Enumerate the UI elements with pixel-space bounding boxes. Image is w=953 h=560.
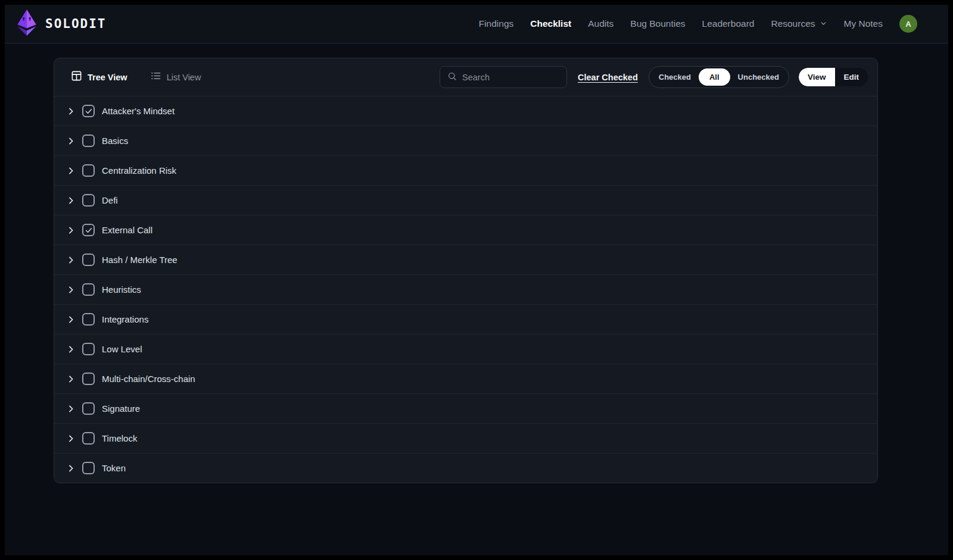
tree-view-button[interactable]: Tree View (64, 65, 135, 89)
checklist-row-label: Basics (102, 136, 128, 146)
checkmark-icon (85, 226, 93, 234)
checklist-toolbar: Tree View List View (54, 58, 877, 96)
brand-logo[interactable]: SOLODIT (14, 9, 107, 39)
checklist-row[interactable]: Attacker's Mindset (54, 96, 877, 126)
checkbox[interactable] (82, 432, 95, 445)
mode-option[interactable]: Edit (835, 68, 868, 86)
nav-item[interactable]: Resources (771, 18, 827, 30)
nav-item[interactable]: Checklist (530, 18, 571, 29)
checklist-row[interactable]: Heuristics (54, 274, 877, 304)
checklist-row[interactable]: Low Level (54, 334, 877, 364)
filter-option[interactable]: Unchecked (730, 70, 787, 85)
checklist-row-label: Centralization Risk (102, 165, 176, 176)
checkbox[interactable] (82, 313, 95, 326)
chevron-right-icon[interactable] (64, 434, 78, 443)
brand-name: SOLODIT (45, 17, 107, 31)
checkbox[interactable] (82, 194, 95, 207)
solodit-diamond-icon (14, 9, 39, 39)
nav-item[interactable]: My Notes (844, 18, 883, 29)
chevron-right-icon[interactable] (64, 166, 78, 176)
checklist-row-label: Heuristics (102, 284, 141, 295)
checklist-row[interactable]: Hash / Merkle Tree (54, 245, 877, 274)
checklist-row-label: Multi-chain/Cross-chain (102, 374, 195, 384)
chevron-right-icon[interactable] (64, 404, 78, 414)
user-avatar[interactable]: A (899, 15, 917, 33)
checklist-row-label: External Call (102, 225, 152, 235)
checkbox[interactable] (82, 343, 95, 355)
nav-links: Findings Checklist Audits Bug Bounties L… (479, 18, 883, 30)
checklist-rows: Attacker's Mindset Basics Centralization… (54, 96, 877, 483)
checkbox[interactable] (82, 402, 95, 415)
chevron-right-icon[interactable] (64, 255, 78, 265)
checklist-row[interactable]: Defi (54, 185, 877, 215)
top-navigation: SOLODIT Findings Checklist Audits Bug Bo… (5, 5, 948, 43)
checkbox[interactable] (82, 254, 95, 266)
checklist-row-label: Signature (102, 403, 140, 414)
checklist-row[interactable]: Integrations (54, 304, 877, 334)
filter-option[interactable]: All (699, 68, 730, 86)
checklist-row-label: Attacker's Mindset (102, 106, 175, 116)
checklist-row[interactable]: Centralization Risk (54, 155, 877, 185)
checklist-row[interactable]: Basics (54, 126, 877, 155)
checkbox[interactable] (82, 224, 95, 236)
nav-item[interactable]: Findings (479, 18, 514, 29)
checklist-row-label: Integrations (102, 314, 148, 324)
checklist-row-label: Timelock (102, 433, 137, 443)
search-icon (447, 71, 457, 83)
checklist-row-label: Token (102, 463, 126, 473)
nav-item[interactable]: Audits (588, 18, 613, 29)
checklist-panel: Tree View List View (54, 58, 878, 483)
chevron-right-icon[interactable] (64, 315, 78, 324)
tree-view-icon (71, 70, 82, 84)
checkbox[interactable] (82, 105, 95, 117)
checkbox[interactable] (82, 164, 95, 177)
checkmark-icon (85, 107, 93, 115)
chevron-right-icon[interactable] (64, 196, 78, 205)
checklist-row-label: Low Level (102, 344, 142, 354)
clear-checked-link[interactable]: Clear Checked (578, 73, 638, 82)
checkbox[interactable] (82, 462, 95, 474)
chevron-right-icon[interactable] (64, 136, 78, 146)
filter-option[interactable]: Checked (651, 70, 699, 85)
filter-segmented-control: Checked All Unchecked (649, 66, 789, 88)
checklist-row[interactable]: Timelock (54, 423, 877, 453)
checklist-row[interactable]: Multi-chain/Cross-chain (54, 364, 877, 393)
list-view-icon (150, 70, 161, 84)
search-input[interactable] (462, 73, 559, 82)
tree-view-label: Tree View (88, 73, 127, 82)
mode-option[interactable]: View (799, 68, 835, 86)
nav-item[interactable]: Leaderboard (702, 18, 755, 29)
list-view-button[interactable]: List View (143, 65, 208, 89)
chevron-right-icon[interactable] (64, 285, 78, 295)
chevron-right-icon[interactable] (64, 464, 78, 473)
chevron-right-icon[interactable] (64, 374, 78, 384)
checklist-row-label: Defi (102, 195, 118, 205)
checkbox[interactable] (82, 373, 95, 385)
checklist-row[interactable]: External Call (54, 215, 877, 245)
chevron-right-icon[interactable] (64, 107, 78, 116)
checklist-row-label: Hash / Merkle Tree (102, 255, 177, 265)
chevron-right-icon[interactable] (64, 345, 78, 354)
checkbox[interactable] (82, 283, 95, 296)
view-edit-toggle: View Edit (799, 68, 868, 86)
chevron-down-icon (820, 18, 827, 30)
checklist-row[interactable]: Token (54, 453, 877, 483)
app-window: SOLODIT Findings Checklist Audits Bug Bo… (5, 5, 948, 555)
nav-item[interactable]: Bug Bounties (630, 18, 685, 29)
checkbox[interactable] (82, 134, 95, 147)
chevron-right-icon[interactable] (64, 226, 78, 235)
list-view-label: List View (167, 73, 201, 82)
search-box (440, 66, 567, 88)
checklist-row[interactable]: Signature (54, 393, 877, 423)
